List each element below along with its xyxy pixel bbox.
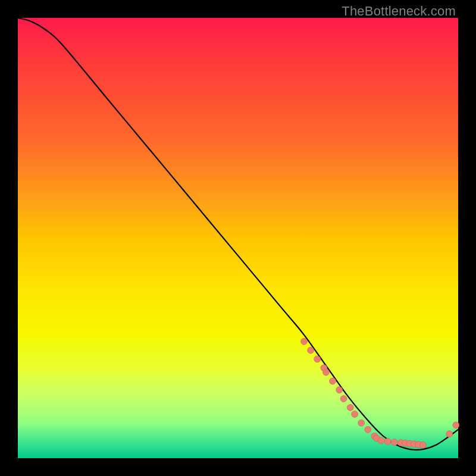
data-markers — [301, 338, 459, 448]
data-marker — [391, 439, 397, 446]
data-marker — [352, 411, 358, 418]
data-marker — [314, 356, 321, 362]
curve-layer — [18, 18, 458, 458]
data-marker — [384, 438, 391, 444]
chart-frame: TheBottleneck.com — [0, 0, 476, 476]
data-marker — [347, 404, 353, 411]
data-marker — [308, 347, 314, 353]
data-marker — [453, 422, 459, 428]
data-marker — [365, 426, 371, 433]
data-marker — [336, 387, 343, 393]
data-marker — [340, 396, 347, 402]
data-marker — [323, 369, 330, 375]
data-marker — [419, 441, 426, 448]
data-marker — [330, 378, 336, 384]
data-marker — [358, 419, 365, 426]
plot-area — [18, 18, 458, 458]
data-marker — [446, 431, 453, 437]
data-marker — [378, 437, 384, 444]
bottleneck-curve — [18, 18, 458, 450]
watermark-text: TheBottleneck.com — [342, 4, 456, 19]
data-marker — [301, 338, 308, 345]
